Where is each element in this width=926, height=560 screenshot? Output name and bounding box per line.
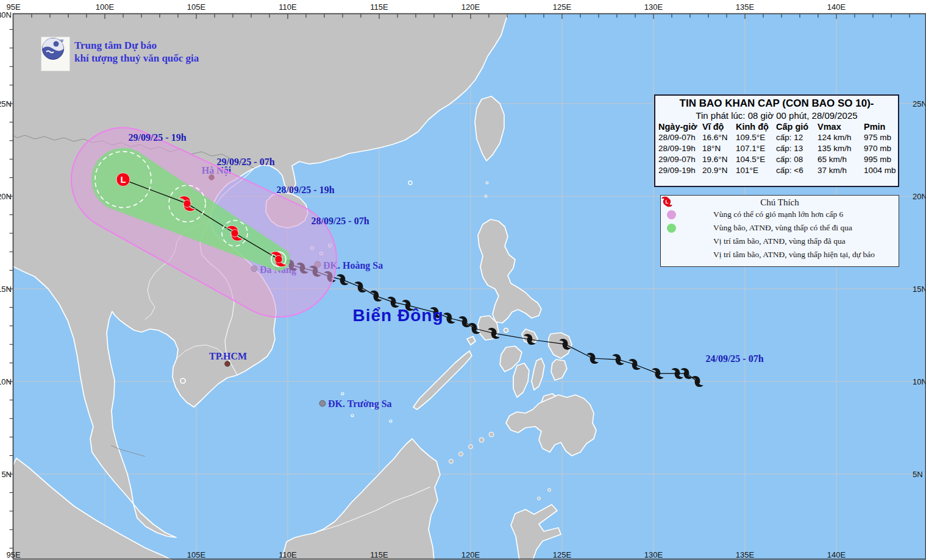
axis-label-left: 25N — [0, 99, 12, 108]
legend-item-wind-area: Vùng có thể có gió mạnh lớn hơn cấp 6 — [663, 208, 896, 221]
alert-header-row: Ngày-giờVĩ độKinh độCấp gióVmaxPmin — [658, 121, 895, 132]
land-marinduque — [504, 328, 508, 333]
alert-data-row: 29/09-19h20.9°N101°Ecấp: <637 km/h1004 m… — [658, 165, 895, 176]
axis-label-bottom: 120E — [461, 550, 480, 559]
city-label: ĐK. Trường Sa — [328, 399, 392, 409]
axis-label-top: 140E — [827, 2, 846, 12]
city-dot — [319, 400, 326, 406]
legend-label: Vị trí tâm bão, ATNĐ, vùng thấp hiện tại… — [713, 250, 896, 260]
land-phu-quoc — [180, 378, 185, 383]
legend-title: Chú Thích — [663, 197, 896, 208]
axis-label-bottom: 130E — [644, 550, 663, 559]
alert-cell: 107.1°E — [736, 143, 776, 154]
islet-pratas — [408, 181, 412, 185]
alert-rows: Ngày-giờVĩ độKinh độCấp gióVmaxPmin28/09… — [658, 121, 895, 176]
alert-cell: 1004 mb — [864, 165, 897, 176]
axis-label-bottom: 110E — [279, 550, 297, 559]
axis-label-top: 125E — [553, 2, 572, 12]
alert-cell: cấp: 12 — [776, 132, 817, 143]
islet-sulu-2 — [459, 452, 463, 456]
storm-forecast-map: Hà NộiTP.HCMĐà NẵngĐK. Hoàng SaĐK. Trườn… — [0, 0, 926, 560]
alert-cell: 18°N — [702, 143, 736, 154]
track-time-label: 28/09/25 - 19h — [276, 185, 334, 195]
islet-sulu-1 — [449, 459, 454, 464]
alert-cell: Pmin — [864, 121, 897, 132]
axis-label-left: 15N — [0, 285, 12, 294]
legend-item-current-position: L Vị trí tâm bão, ATNĐ, vùng thấp hiện t… — [663, 248, 896, 261]
axis-label-bottom: 115E — [370, 550, 388, 559]
low-forecast-icon: L — [661, 196, 673, 208]
alert-cell: 995 mb — [864, 154, 897, 165]
track-time-label: 29/09/25 - 07h — [216, 157, 274, 167]
axis-label-top: 100E — [96, 2, 115, 12]
sea-name-label: Biển Đông — [353, 306, 444, 325]
axis-label-bottom: 105E — [187, 550, 206, 559]
nchmf-logo-icon — [41, 37, 65, 60]
alert-cell: Vmax — [817, 121, 864, 132]
alert-data-row: 28/09-19h18°N107.1°Ecấp: 13135 km/h970 m… — [658, 143, 895, 154]
islet-sulu-3 — [469, 445, 473, 449]
legend-item-pass-area: Vùng bão, ATNĐ, vùng thấp có thể đi qua — [663, 221, 896, 235]
alert-cell: 970 mb — [864, 143, 897, 154]
alert-issued-time: Tin phát lúc: 08 giờ 00 phút, 28/09/2025 — [658, 110, 895, 121]
alert-cell: 135 km/h — [817, 143, 864, 154]
legend-label: Vùng bão, ATNĐ, vùng thấp có thể đi qua — [713, 223, 896, 233]
alert-cell: cấp: 08 — [776, 154, 817, 165]
alert-cell: Ngày-giờ — [658, 121, 702, 132]
storm-alert-table: TIN BAO KHAN CAP (CON BAO SO 10)- Tin ph… — [654, 94, 899, 187]
alert-cell: 101°E — [736, 165, 776, 176]
legend-label: Vị trí tâm bão, ATNĐ, vùng thấp đã qua — [713, 236, 896, 246]
alert-cell: 28/09-07h — [658, 132, 702, 143]
alert-cell: Cấp gió — [776, 121, 817, 132]
track-time-label: 29/09/25 - 19h — [128, 132, 186, 143]
islet-sulu-4 — [479, 438, 484, 442]
alert-cell: 65 km/h — [817, 154, 864, 165]
legend-label: Vùng có thể có gió mạnh lớn hơn cấp 6 — [713, 210, 896, 219]
agency-name: Trung tâm Dự báo khí tượng thuỷ văn quốc… — [74, 39, 199, 65]
alert-cell: 29/09-19h — [658, 165, 702, 176]
axis-label-top: 130E — [644, 2, 663, 12]
islet-batanes-2 — [485, 195, 487, 197]
alert-data-row: 29/09-07h19.6°N104.5°Ecấp: 0865 km/h995 … — [658, 154, 895, 165]
agency-line1: Trung tâm Dự báo — [74, 39, 199, 52]
axis-label-top: 120E — [461, 2, 480, 12]
alert-cell: 124 km/h — [817, 132, 864, 143]
svg-text:L: L — [665, 199, 668, 205]
axis-label-bottom: 125E — [553, 550, 572, 559]
alert-cell: 975 mb — [864, 132, 897, 143]
axis-label-left: 10N — [0, 377, 12, 386]
legend-item-past-position: L Vị trí tâm bão, ATNĐ, vùng thấp đã qua — [663, 235, 896, 248]
islet-n-sulawesi-1 — [538, 497, 541, 500]
alert-cell: cấp: 13 — [776, 143, 817, 154]
axis-label-left: 5N — [1, 470, 12, 479]
alert-cell: 28/09-19h — [658, 143, 702, 154]
alert-cell: Vĩ độ — [702, 121, 736, 132]
alert-cell: 29/09-07h — [658, 154, 702, 165]
axis-label-right: 20N — [913, 192, 926, 201]
alert-cell: Kinh độ — [736, 121, 776, 132]
axis-label-right: 5N — [913, 470, 923, 479]
track-time-label: 28/09/25 - 07h — [311, 216, 369, 226]
low-symbol-letter: L — [120, 174, 126, 185]
axis-label-left: 20N — [0, 192, 12, 201]
track-time-label: 24/09/25 - 07h — [705, 353, 763, 364]
map-canvas: Hà NộiTP.HCMĐà NẵngĐK. Hoàng SaĐK. Trườn… — [0, 0, 926, 560]
axis-label-top: 135E — [736, 2, 755, 12]
axis-label-left: 30N — [0, 10, 12, 19]
islet-n-sulawesi-2 — [548, 489, 551, 492]
agency-line2: khí tượng thuỷ văn quốc gia — [74, 52, 199, 65]
pink-area-icon — [667, 210, 676, 219]
axis-label-top: 105E — [187, 2, 206, 12]
islet-sulu-5 — [489, 432, 494, 437]
alert-data-row: 28/09-07h16.6°N109.5°Ecấp: 12124 km/h975… — [658, 132, 895, 143]
alert-cell: cấp: <6 — [776, 165, 817, 176]
nchmf-logo: NCHMF — [41, 37, 70, 71]
axis-label-bottom: 135E — [736, 550, 755, 559]
axis-label-right: 10N — [913, 377, 926, 386]
alert-cell: 109.5°E — [736, 132, 776, 143]
alert-cell: 37 km/h — [817, 165, 864, 176]
alert-cell: 16.6°N — [702, 132, 736, 143]
alert-cell: 104.5°E — [736, 154, 776, 165]
axis-label-right: 15N — [913, 285, 926, 294]
green-area-icon — [667, 224, 676, 233]
